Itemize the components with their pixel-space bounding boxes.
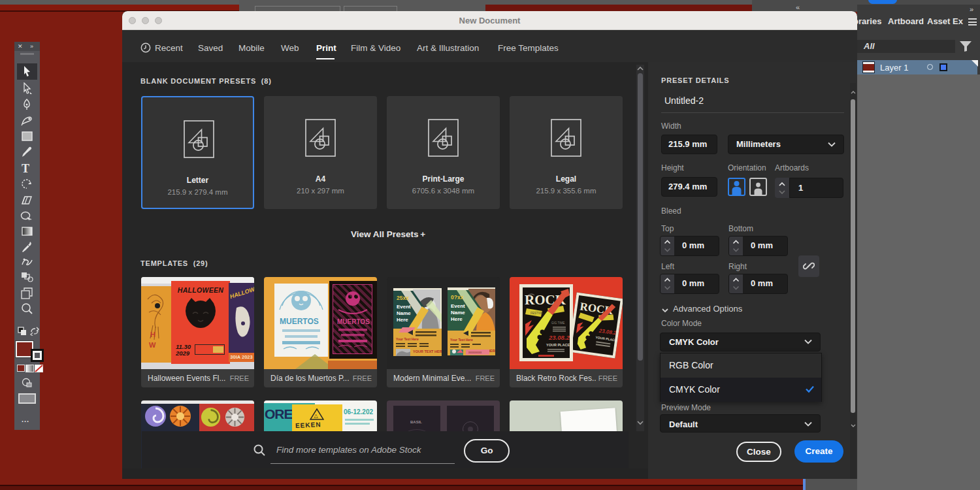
- svg-text:W: W: [149, 341, 156, 349]
- svg-text:0?xx: 0?xx: [451, 294, 464, 301]
- svg-text:FESTIVE: FESTIVE: [531, 312, 543, 315]
- svg-text:25xx: 25xx: [397, 295, 409, 301]
- svg-text:GIG TIME: GIG TIME: [551, 321, 564, 325]
- svg-text:Your Text Here: Your Text Here: [450, 338, 473, 342]
- svg-text:Here: Here: [397, 317, 408, 323]
- svg-text:HALLOWEEN: HALLOWEEN: [229, 283, 254, 300]
- svg-text:YOUR PLACE: YOUR PLACE: [595, 335, 617, 342]
- svg-text:Name: Name: [451, 310, 465, 316]
- svg-text:△: △: [314, 413, 319, 419]
- svg-text:Event: Event: [397, 304, 411, 310]
- svg-text:Here: Here: [451, 316, 463, 322]
- svg-text:xxxxxxxxx: xxxxxxxxx: [468, 351, 482, 354]
- svg-text:23.08.27: 23.08.27: [598, 328, 620, 336]
- svg-text:23.08.27: 23.08.27: [548, 334, 570, 341]
- svg-text:H: H: [150, 331, 155, 338]
- svg-text:Your Text Here: Your Text Here: [396, 337, 419, 341]
- svg-text:Name: Name: [397, 310, 411, 316]
- svg-text:YOUR PLACE HERE: YOUR PLACE HERE: [546, 343, 570, 347]
- svg-text:Event: Event: [451, 303, 465, 309]
- svg-text:MUERTOS: MUERTOS: [280, 317, 319, 326]
